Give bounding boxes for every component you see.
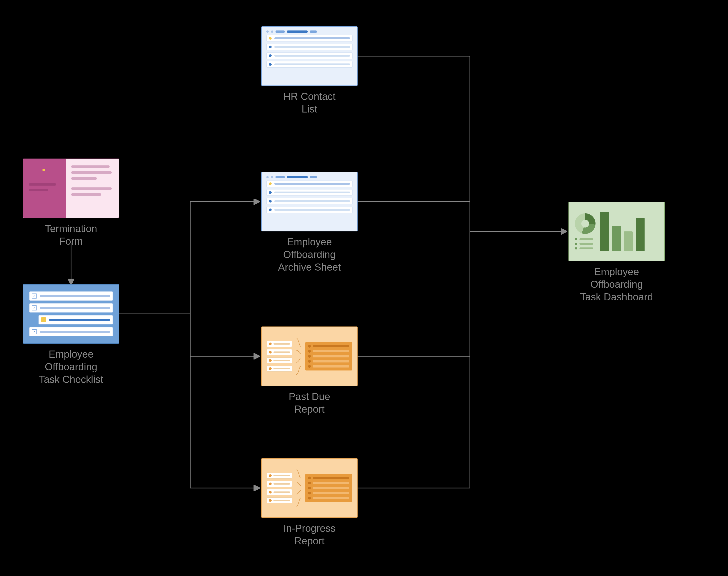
sheet-icon [261,26,358,86]
node-label: Employee Offboarding Archive Sheet [278,235,341,273]
report-icon [261,458,358,518]
bar-chart-icon [600,212,658,251]
node-in-progress-report: In-Progress Report [261,458,358,547]
node-hr-contact-list: HR Contact List [261,26,358,115]
diagram-canvas: Termination Form ✓ ✓ ✓ Employee Offboard… [0,0,728,576]
checklist-icon: ✓ ✓ ✓ [23,284,119,344]
form-icon [23,159,119,218]
node-dashboard: Employee Offboarding Task Dashboard [568,202,665,303]
node-archive-sheet: Employee Offboarding Archive Sheet [261,172,358,273]
sheet-icon [261,172,358,231]
node-label: Employee Offboarding Task Checklist [39,348,103,385]
node-past-due-report: Past Due Report [261,326,358,415]
node-label: HR Contact List [283,90,335,115]
report-icon [261,326,358,386]
dashboard-icon [568,202,665,261]
node-label: Past Due Report [289,390,330,415]
node-label: Employee Offboarding Task Dashboard [580,265,653,303]
pie-chart-icon [575,213,595,234]
node-label: In-Progress Report [283,522,335,547]
node-label: Termination Form [45,222,97,248]
node-checklist: ✓ ✓ ✓ Employee Offboarding Task Checklis… [23,284,119,385]
node-termination-form: Termination Form [23,159,119,248]
